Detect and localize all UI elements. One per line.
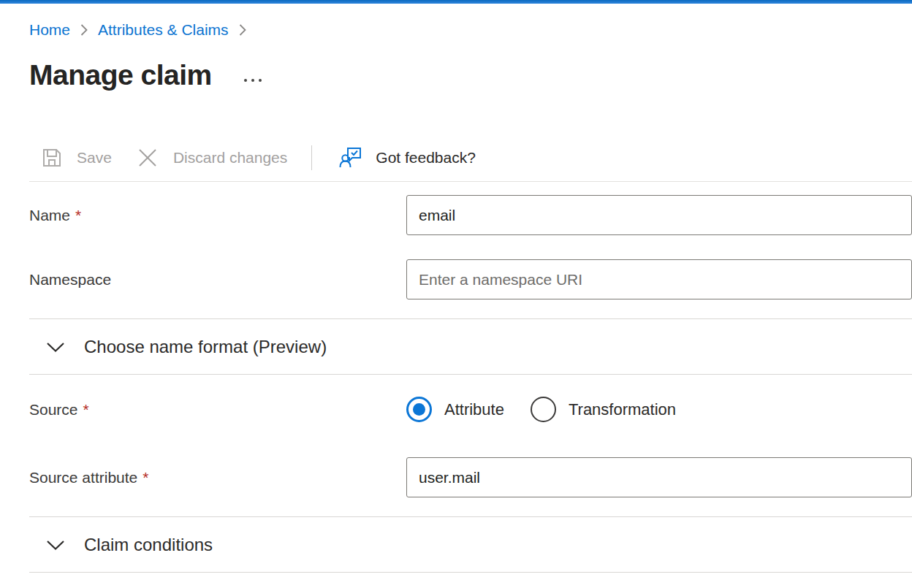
- source-label-text: Source: [29, 401, 78, 418]
- chevron-right-icon: [80, 23, 88, 37]
- radio-attribute[interactable]: Attribute: [406, 397, 504, 422]
- breadcrumb-attributes-claims-link[interactable]: Attributes & Claims: [98, 21, 229, 39]
- required-asterisk: *: [75, 207, 81, 224]
- chevron-down-icon: [45, 538, 66, 551]
- more-options-ellipsis-icon[interactable]: [241, 76, 265, 85]
- source-field-row: Source* Attribute Transformation: [29, 396, 912, 423]
- save-icon: [40, 146, 64, 169]
- feedback-person-icon: [339, 146, 362, 169]
- source-field-label: Source*: [29, 401, 406, 419]
- discard-changes-label: Discard changes: [173, 149, 287, 167]
- radio-transformation[interactable]: Transformation: [531, 397, 676, 422]
- toolbar-divider: [29, 181, 912, 182]
- source-attribute-label-text: Source attribute: [29, 469, 137, 486]
- discard-changes-button[interactable]: Discard changes: [137, 147, 287, 169]
- source-attribute-input[interactable]: [406, 457, 912, 497]
- radio-transformation-label: Transformation: [569, 400, 676, 419]
- blade-top-accent: [0, 0, 912, 4]
- required-asterisk: *: [83, 401, 89, 418]
- toolbar-separator: [311, 145, 312, 170]
- section-claim-conditions[interactable]: Claim conditions: [29, 516, 912, 573]
- radio-selected-icon: [406, 397, 432, 422]
- source-radio-group: Attribute Transformation: [406, 397, 676, 422]
- got-feedback-button[interactable]: Got feedback?: [339, 146, 476, 169]
- discard-x-icon: [137, 147, 159, 169]
- required-asterisk: *: [142, 469, 148, 486]
- name-field-label: Name*: [29, 207, 406, 224]
- name-label-text: Name: [29, 207, 70, 224]
- section-title: Claim conditions: [84, 535, 213, 555]
- got-feedback-label: Got feedback?: [376, 149, 476, 167]
- radio-attribute-label: Attribute: [444, 400, 504, 419]
- radio-unselected-icon: [531, 397, 556, 422]
- name-field-row: Name*: [29, 195, 912, 235]
- name-input[interactable]: [406, 195, 912, 235]
- namespace-field-label: Namespace: [29, 271, 406, 289]
- breadcrumb: Home Attributes & Claims: [29, 21, 912, 39]
- section-choose-name-format[interactable]: Choose name format (Preview): [29, 318, 912, 375]
- save-button-label: Save: [77, 149, 112, 167]
- save-button[interactable]: Save: [40, 146, 112, 169]
- chevron-right-icon: [238, 23, 247, 37]
- chevron-down-icon: [45, 340, 66, 354]
- namespace-field-row: Namespace: [29, 259, 912, 299]
- source-attribute-field-label: Source attribute*: [29, 469, 406, 486]
- manage-claim-blade: Home Attributes & Claims Manage claim Sa…: [0, 21, 912, 573]
- command-bar: Save Discard changes Got feedback?: [29, 141, 912, 175]
- source-attribute-field-row: Source attribute*: [29, 457, 912, 497]
- breadcrumb-home-link[interactable]: Home: [29, 21, 70, 39]
- namespace-input[interactable]: [406, 259, 912, 299]
- title-row: Manage claim: [29, 58, 912, 93]
- page-title: Manage claim: [29, 58, 212, 93]
- section-title: Choose name format (Preview): [84, 337, 327, 357]
